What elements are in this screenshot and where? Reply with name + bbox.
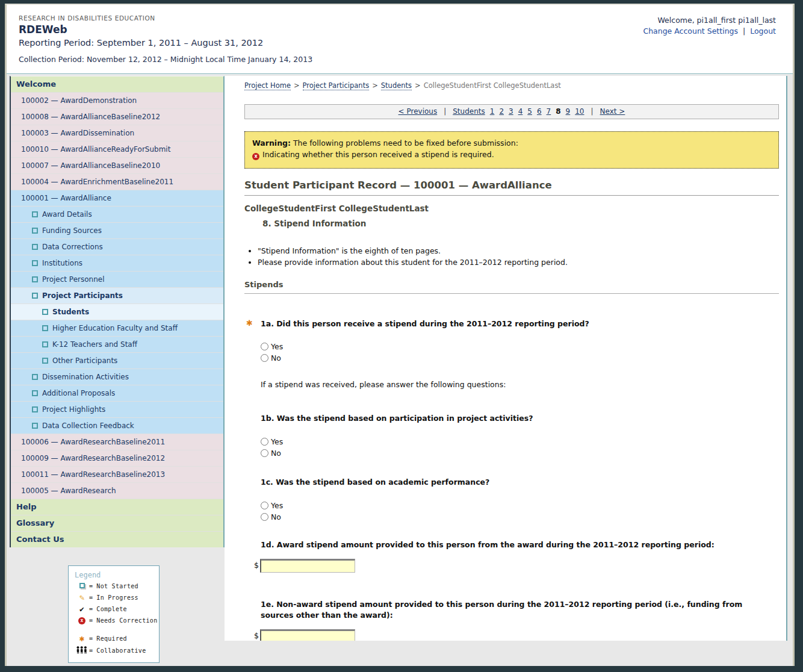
sidebar-item-dissemination-activities[interactable]: Dissemination Activities bbox=[11, 369, 223, 385]
award-stipend-amount-input[interactable] bbox=[260, 559, 355, 573]
sidebar-item-label: Data Collection Feedback bbox=[42, 422, 134, 430]
question-1d: 1d. Award stipend amount provided to thi… bbox=[244, 540, 779, 573]
q1c-no-radio-input[interactable] bbox=[261, 513, 268, 521]
sidebar-item-100001-awardalliance[interactable]: 100001 — AwardAlliance bbox=[11, 190, 223, 206]
legend-item-needs-correction: x=Needs Correction bbox=[75, 617, 155, 624]
sidebar-item-data-collection-feedback[interactable]: Data Collection Feedback bbox=[11, 418, 223, 434]
page-link-1[interactable]: 1 bbox=[490, 107, 495, 116]
not-started-icon bbox=[42, 309, 48, 315]
sidebar-item-100004-awardenrichmentbaseline2011[interactable]: 100004 — AwardEnrichmentBaseline2011 bbox=[11, 174, 223, 190]
section-heading-stipends: Stipends bbox=[244, 280, 779, 294]
org-name: RESEARCH IN DISABILITIES EDUCATION bbox=[19, 14, 312, 22]
warning-box: Warning: The following problems need to … bbox=[244, 131, 779, 169]
sidebar-item-label: 100008 — AwardAllianceBaseline2012 bbox=[21, 113, 160, 121]
warning-title: Warning: bbox=[252, 138, 291, 148]
sidebar: Welcome100002 — AwardDemonstration100008… bbox=[10, 76, 225, 663]
sidebar-item-label: Project Participants bbox=[42, 291, 123, 300]
sidebar-item-label: Project Personnel bbox=[42, 275, 105, 284]
sidebar-item-100006-awardresearchbaseline2011[interactable]: 100006 — AwardResearchBaseline2011 bbox=[11, 434, 223, 450]
page-link-4[interactable]: 4 bbox=[518, 107, 523, 116]
sidebar-item-k-12-teachers-and-staff[interactable]: K-12 Teachers and Staff bbox=[11, 337, 223, 352]
sidebar-item-additional-proposals[interactable]: Additional Proposals bbox=[11, 385, 223, 401]
q1c-yes-radio[interactable]: Yes bbox=[261, 501, 779, 512]
page-link-3[interactable]: 3 bbox=[509, 107, 513, 116]
complete-icon: ✔ bbox=[79, 605, 84, 614]
previous-page-link[interactable]: < Previous bbox=[398, 107, 438, 116]
sidebar-item-label: Project Highlights bbox=[42, 405, 105, 414]
q1c-yes-radio-input[interactable] bbox=[261, 502, 268, 509]
not-started-icon bbox=[32, 211, 38, 217]
links-separator: | bbox=[743, 26, 745, 36]
question-1a: ✱ 1a. Did this person receive a stipend … bbox=[244, 319, 779, 366]
sidebar-item-100002-awarddemonstration[interactable]: 100002 — AwardDemonstration bbox=[11, 93, 223, 108]
breadcrumb-link-students[interactable]: Students bbox=[381, 81, 412, 90]
sidebar-item-label: Other Participants bbox=[52, 356, 117, 365]
required-icon: ✱ bbox=[75, 634, 89, 642]
page-link-7[interactable]: 7 bbox=[547, 107, 551, 116]
legend-equals: = bbox=[89, 583, 93, 590]
sidebar-item-label: 100010 — AwardAllianceReadyForSubmit bbox=[21, 145, 170, 154]
sidebar-item-students[interactable]: Students bbox=[11, 304, 223, 320]
sidebar-item-help[interactable]: Help bbox=[11, 499, 223, 515]
sidebar-item-institutions[interactable]: Institutions bbox=[11, 255, 223, 271]
next-page-link[interactable]: Next > bbox=[600, 107, 625, 116]
q1a-no-radio-input[interactable] bbox=[261, 354, 268, 362]
sidebar-item-label: 100001 — AwardAlliance bbox=[21, 194, 111, 202]
students-list-link[interactable]: Students bbox=[453, 107, 485, 116]
q1b-yes-radio-input[interactable] bbox=[261, 438, 268, 446]
sidebar-item-other-participants[interactable]: Other Participants bbox=[11, 353, 223, 369]
page-heading: 8. Stipend Information bbox=[262, 219, 779, 228]
logout-link[interactable]: Logout bbox=[750, 26, 776, 36]
sidebar-item-label: K-12 Teachers and Staff bbox=[52, 340, 137, 349]
page-link-10[interactable]: 10 bbox=[575, 107, 584, 116]
breadcrumb-link-project-home[interactable]: Project Home bbox=[244, 81, 291, 90]
sidebar-item-project-highlights[interactable]: Project Highlights bbox=[11, 402, 223, 417]
sidebar-item-project-participants[interactable]: Project Participants bbox=[11, 288, 223, 303]
legend-label: Collaborative bbox=[96, 647, 146, 654]
sidebar-item-glossary[interactable]: Glossary bbox=[11, 515, 223, 531]
needs-correction-icon: x bbox=[78, 617, 85, 624]
intro-bullets: "Stipend Information" is the eighth of t… bbox=[258, 246, 779, 267]
sidebar-item-100005-awardresearch[interactable]: 100005 — AwardResearch bbox=[11, 483, 223, 499]
student-name: CollegeStudentFirst CollegeStudentLast bbox=[244, 204, 779, 213]
sidebar-item-contact-us[interactable]: Contact Us bbox=[11, 532, 223, 547]
non-award-stipend-amount-input[interactable] bbox=[260, 629, 355, 641]
q1a-yes-radio-input[interactable] bbox=[261, 343, 268, 350]
sidebar-item-project-personnel[interactable]: Project Personnel bbox=[11, 272, 223, 287]
sidebar-item-funding-sources[interactable]: Funding Sources bbox=[11, 223, 223, 238]
q1a-yes-radio[interactable]: Yes bbox=[261, 342, 779, 353]
sidebar-item-100008-awardalliancebaseline2012[interactable]: 100008 — AwardAllianceBaseline2012 bbox=[11, 109, 223, 125]
sidebar-item-label: Contact Us bbox=[16, 535, 64, 544]
sidebar-item-100010-awardalliancereadyforsubmit[interactable]: 100010 — AwardAllianceReadyForSubmit bbox=[11, 142, 223, 157]
sidebar-item-welcome[interactable]: Welcome bbox=[11, 76, 223, 92]
not-started-icon bbox=[32, 228, 38, 234]
sidebar-item-100011-awardresearchbaseline2013[interactable]: 100011 — AwardResearchBaseline2013 bbox=[11, 467, 223, 482]
q1c-no-radio[interactable]: No bbox=[261, 512, 779, 524]
q1b-no-radio[interactable]: No bbox=[261, 449, 779, 460]
change-account-settings-link[interactable]: Change Account Settings bbox=[643, 26, 738, 36]
q1b-no-radio-input[interactable] bbox=[261, 449, 268, 457]
sidebar-item-100007-awardalliancebaseline2010[interactable]: 100007 — AwardAllianceBaseline2010 bbox=[11, 158, 223, 173]
page-link-6[interactable]: 6 bbox=[537, 107, 542, 116]
page-link-9[interactable]: 9 bbox=[566, 107, 571, 116]
sidebar-item-100009-awardresearchbaseline2012[interactable]: 100009 — AwardResearchBaseline2012 bbox=[11, 450, 223, 466]
radio-label: Yes bbox=[271, 437, 283, 446]
sidebar-item-label: Award Details bbox=[42, 210, 92, 219]
sidebar-item-award-details[interactable]: Award Details bbox=[11, 207, 223, 222]
stipend-note: If a stipend was received, please answer… bbox=[244, 380, 779, 389]
header-divider-band bbox=[7, 72, 793, 75]
sidebar-item-higher-education-faculty-and-staff[interactable]: Higher Education Faculty and Staff bbox=[11, 320, 223, 336]
pagination-bar: < Previous|Students12345678910|Next > bbox=[244, 104, 779, 119]
not-started-icon bbox=[32, 374, 38, 380]
sidebar-item-data-corrections[interactable]: Data Corrections bbox=[11, 239, 223, 255]
main-content: Project Home>Project Participants>Studen… bbox=[225, 76, 787, 641]
radio-label: No bbox=[271, 449, 281, 458]
breadcrumb-separator: > bbox=[294, 81, 300, 90]
page-link-2[interactable]: 2 bbox=[499, 107, 504, 116]
page-link-5[interactable]: 5 bbox=[527, 107, 532, 116]
q1b-yes-radio[interactable]: Yes bbox=[261, 437, 779, 449]
not-started-icon bbox=[42, 341, 48, 347]
breadcrumb-link-project-participants[interactable]: Project Participants bbox=[303, 81, 370, 90]
sidebar-item-100003-awarddissemination[interactable]: 100003 — AwardDissemination bbox=[11, 125, 223, 141]
q1a-no-radio[interactable]: No bbox=[261, 353, 779, 365]
